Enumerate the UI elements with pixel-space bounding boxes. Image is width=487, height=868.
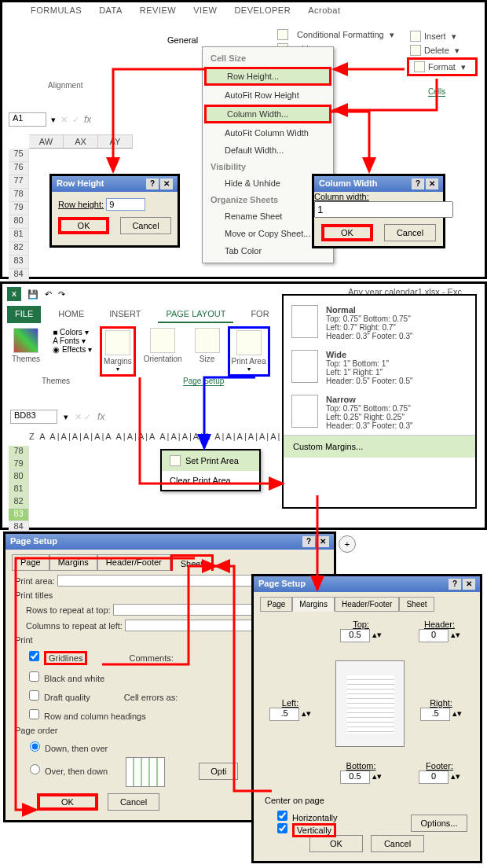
draft-checkbox[interactable]: [29, 690, 39, 701]
row-84[interactable]: 84: [9, 269, 29, 282]
tab-margins[interactable]: Margins: [49, 554, 97, 571]
size-button[interactable]: Size: [190, 326, 225, 365]
vertically-checkbox[interactable]: [277, 823, 287, 833]
format-button[interactable]: Format ▾: [407, 57, 478, 76]
orientation-button[interactable]: Orientation: [139, 326, 187, 365]
name-box[interactable]: BD83: [10, 410, 57, 424]
rch-checkbox[interactable]: [29, 709, 39, 719]
cancel-button[interactable]: Cancel: [371, 835, 424, 852]
tab-margins[interactable]: Margins: [292, 597, 335, 612]
print-area-input[interactable]: [57, 575, 277, 587]
row-82[interactable]: 82: [9, 496, 29, 509]
over-down-radio[interactable]: [30, 764, 40, 774]
col-ay[interactable]: AY: [98, 135, 133, 148]
down-over-radio[interactable]: [30, 741, 40, 752]
row-82[interactable]: 82: [9, 242, 29, 256]
cancel-button[interactable]: Cancel: [120, 217, 171, 234]
set-print-area-item[interactable]: Set Print Area: [162, 451, 259, 471]
ok-button[interactable]: OK: [321, 224, 373, 241]
delete-button[interactable]: Delete ▾: [407, 43, 478, 57]
top-input[interactable]: 0.5: [340, 629, 370, 642]
tab-page[interactable]: Page: [12, 554, 49, 571]
row-78[interactable]: 78: [9, 189, 29, 202]
tab-sheet[interactable]: Sheet: [170, 554, 214, 571]
header-input[interactable]: 0: [419, 629, 449, 642]
row-81[interactable]: 81: [9, 229, 29, 242]
tab-insert[interactable]: INSERT: [101, 306, 148, 323]
autofit-col-item[interactable]: AutoFit Column Width: [203, 124, 333, 142]
row-height-item[interactable]: Row Height...: [204, 67, 331, 86]
fx-label[interactable]: fx: [97, 411, 104, 422]
row-77[interactable]: 77: [9, 175, 29, 189]
row-80[interactable]: 80: [9, 215, 29, 229]
dropdown-icon[interactable]: ▾: [51, 115, 56, 125]
close-icon[interactable]: ✕: [426, 178, 438, 189]
default-width-item[interactable]: Default Width...: [203, 142, 333, 159]
tab-for[interactable]: FOR: [243, 306, 276, 323]
preset-normal[interactable]: Normal Top: 0.75" Bottom: 0.75" Left: 0.…: [284, 300, 475, 345]
preset-wide[interactable]: Wide Top: 1" Bottom: 1" Left: 1" Right: …: [284, 345, 475, 390]
close-icon[interactable]: ✕: [463, 579, 475, 590]
row-75[interactable]: 75: [9, 149, 29, 162]
horizontally-checkbox[interactable]: [277, 811, 287, 821]
tab-page[interactable]: Page: [260, 597, 292, 612]
tab-review[interactable]: REVIEW: [140, 6, 176, 15]
tab-view[interactable]: VIEW: [193, 6, 217, 15]
undo-icon[interactable]: ↶: [45, 289, 52, 300]
close-icon[interactable]: ✕: [317, 536, 329, 547]
custom-margins-item[interactable]: Custom Margins...: [284, 435, 475, 458]
ok-button[interactable]: OK: [37, 793, 98, 811]
clear-print-area-item[interactable]: Clear Print Area: [162, 471, 259, 490]
help-icon[interactable]: ?: [146, 178, 159, 189]
tab-header-footer[interactable]: Header/Footer: [97, 554, 170, 571]
redo-icon[interactable]: ↷: [58, 289, 65, 300]
tab-page-layout[interactable]: PAGE LAYOUT: [158, 306, 233, 323]
help-icon[interactable]: ?: [449, 579, 461, 590]
tab-acrobat[interactable]: Acrobat: [308, 6, 340, 15]
tab-formulas[interactable]: FORMULAS: [31, 6, 82, 15]
tab-home[interactable]: HOME: [50, 306, 92, 323]
tab-header-footer[interactable]: Header/Footer: [335, 597, 399, 612]
cols-left-input[interactable]: [125, 620, 262, 631]
help-icon[interactable]: ?: [412, 178, 424, 189]
tab-sheet[interactable]: Sheet: [399, 597, 434, 612]
cancel-button[interactable]: Cancel: [108, 793, 159, 811]
col-aw[interactable]: AW: [29, 135, 64, 148]
save-icon[interactable]: 💾: [27, 289, 38, 300]
margins-button[interactable]: Margins ▾: [100, 326, 136, 377]
column-width-input[interactable]: [314, 201, 453, 218]
preset-narrow[interactable]: Narrow Top: 0.75" Bottom: 0.75" Left: 0.…: [284, 390, 475, 435]
tab-data[interactable]: DATA: [99, 6, 123, 15]
plus-icon[interactable]: +: [339, 535, 356, 553]
options-button[interactable]: Options...: [411, 815, 467, 832]
footer-input[interactable]: 0: [419, 771, 449, 784]
themes-icon[interactable]: [13, 328, 38, 353]
row-83[interactable]: 83: [9, 256, 29, 269]
row-79[interactable]: 79: [9, 458, 29, 471]
autofit-row-item[interactable]: AutoFit Row Height: [203, 86, 333, 104]
row-76[interactable]: 76: [9, 162, 29, 175]
row-height-input[interactable]: [106, 198, 145, 211]
col-ax[interactable]: AX: [64, 135, 98, 148]
row-78[interactable]: 78: [9, 446, 29, 458]
row-80[interactable]: 80: [9, 471, 29, 484]
ok-button[interactable]: OK: [309, 835, 363, 852]
close-icon[interactable]: ✕: [160, 178, 173, 189]
ok-button[interactable]: OK: [58, 217, 109, 234]
left-input[interactable]: .5: [269, 708, 299, 721]
tab-file[interactable]: FILE: [7, 306, 41, 323]
options-button[interactable]: Opti: [199, 763, 238, 780]
colors-btn[interactable]: ■ Colors ▾: [53, 328, 92, 337]
name-box[interactable]: A1: [9, 112, 46, 127]
insert-button[interactable]: Insert ▾: [407, 29, 478, 43]
gridlines-checkbox[interactable]: [29, 651, 39, 661]
help-icon[interactable]: ?: [302, 536, 315, 547]
bottom-input[interactable]: 0.5: [340, 771, 370, 784]
row-81[interactable]: 81: [9, 484, 29, 496]
tab-developer[interactable]: DEVELOPER: [234, 6, 291, 15]
cancel-button[interactable]: Cancel: [384, 224, 436, 241]
print-area-button[interactable]: Print Area ▾: [228, 326, 270, 377]
rows-top-input[interactable]: [113, 604, 262, 616]
bw-checkbox[interactable]: [29, 671, 39, 682]
row-83[interactable]: 83: [9, 509, 29, 521]
